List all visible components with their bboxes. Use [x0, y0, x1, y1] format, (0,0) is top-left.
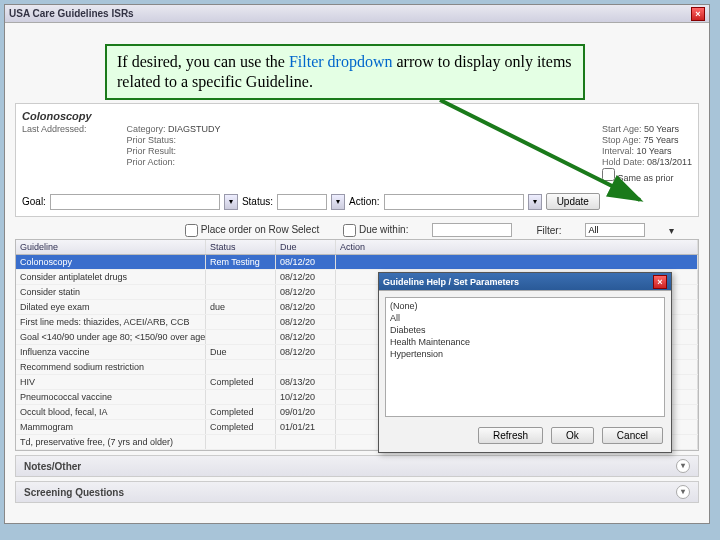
filter-popup: Guideline Help / Set Parameters × (None)… — [378, 272, 672, 453]
refresh-button[interactable]: Refresh — [478, 427, 543, 444]
category-value: DIAGSTUDY — [168, 124, 221, 134]
table-header: Guideline Status Due Action — [16, 240, 698, 255]
instruction-callout: If desired, you can use the Filter dropd… — [105, 44, 585, 100]
table-row[interactable]: ColonoscopyRem Testing08/12/20 — [16, 255, 698, 270]
close-icon[interactable]: × — [691, 7, 705, 21]
filter-dropdown-icon[interactable]: ▾ — [669, 225, 674, 236]
filter-option[interactable]: Diabetes — [388, 324, 662, 336]
filter-listbox[interactable]: (None)AllDiabetesHealth MaintenanceHyper… — [385, 297, 665, 417]
notes-accordion[interactable]: Notes/Other ▾ — [15, 455, 699, 477]
filter-option[interactable]: All — [388, 312, 662, 324]
status-input[interactable] — [277, 194, 327, 210]
last-addressed-label: Last Addressed: — [22, 124, 87, 134]
status-dropdown-icon[interactable]: ▾ — [331, 194, 345, 210]
place-order-checkbox[interactable] — [185, 224, 198, 237]
ok-button[interactable]: Ok — [551, 427, 594, 444]
window-title: USA Care Guidelines ISRs — [9, 8, 134, 19]
goal-input[interactable] — [50, 194, 220, 210]
svg-line-0 — [440, 100, 640, 200]
prior-result-label: Prior Result: — [127, 146, 221, 156]
arrow-annotation — [430, 100, 670, 220]
cancel-button[interactable]: Cancel — [602, 427, 663, 444]
goal-dropdown-icon[interactable]: ▾ — [224, 194, 238, 210]
prior-status-label: Prior Status: — [127, 135, 221, 145]
popup-title: Guideline Help / Set Parameters — [383, 277, 519, 287]
titlebar: USA Care Guidelines ISRs × — [5, 5, 709, 23]
expand-icon[interactable]: ▾ — [676, 485, 690, 499]
filter-option[interactable]: (None) — [388, 300, 662, 312]
callout-accent: Filter dropdown — [289, 53, 393, 70]
filter-option[interactable]: Hypertension — [388, 348, 662, 360]
due-within-checkbox[interactable] — [343, 224, 356, 237]
popup-close-icon[interactable]: × — [653, 275, 667, 289]
due-within-input[interactable] — [432, 223, 512, 237]
filter-input[interactable] — [585, 223, 645, 237]
expand-icon[interactable]: ▾ — [676, 459, 690, 473]
filter-option[interactable]: Health Maintenance — [388, 336, 662, 348]
prior-action-label: Prior Action: — [127, 157, 221, 167]
screening-accordion[interactable]: Screening Questions ▾ — [15, 481, 699, 503]
popup-titlebar: Guideline Help / Set Parameters × — [379, 273, 671, 291]
options-row: Place order on Row Select Due within: Fi… — [185, 223, 699, 237]
